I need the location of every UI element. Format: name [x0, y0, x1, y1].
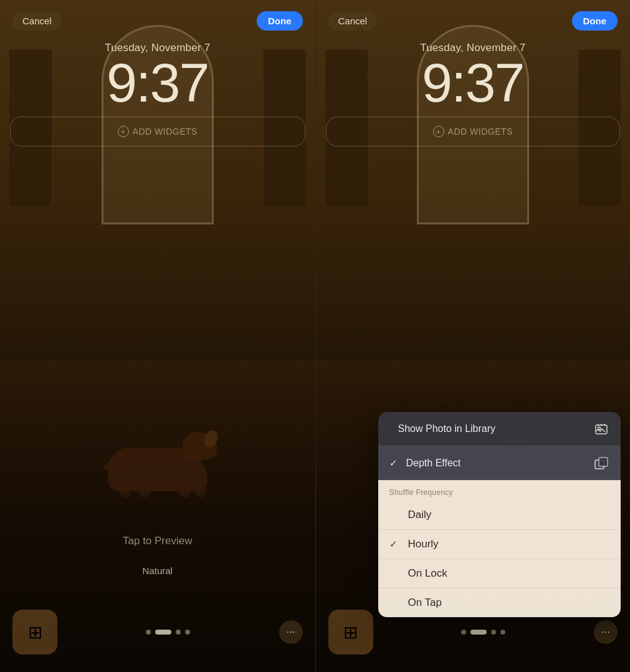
on-lock-label: On Lock — [408, 567, 447, 580]
right-lock-screen: Cancel Done Tuesday, November 7 9:37 + A… — [316, 0, 631, 672]
right-cancel-button[interactable]: Cancel — [328, 11, 378, 31]
left-more-button[interactable]: ··· — [279, 620, 303, 644]
dot-3 — [176, 630, 181, 635]
photo-library-icon — [593, 421, 609, 437]
right-dot-2-active — [470, 630, 487, 635]
right-dot-indicators — [461, 630, 505, 635]
show-photo-label: Show Photo in Library — [398, 423, 496, 434]
left-top-buttons: Cancel Done — [0, 0, 315, 31]
dot-1 — [146, 630, 151, 635]
right-time-display: 9:37 — [422, 55, 523, 110]
right-stack-icon: ⊞ — [343, 622, 358, 643]
show-photo-library-item[interactable]: Show Photo in Library — [378, 412, 621, 446]
add-widgets-label: + ADD WIDGETS — [118, 126, 198, 137]
daily-label: Daily — [408, 509, 432, 521]
shuffle-frequency-label: Shuffle Frequency — [378, 481, 621, 501]
menu-top-section: Show Photo in Library ✓ Dept — [378, 412, 621, 480]
on-tap-label: On Tap — [408, 597, 442, 609]
right-widget-area[interactable]: + ADD WIDGETS — [326, 117, 621, 146]
hourly-item[interactable]: ✓ Hourly — [378, 530, 621, 559]
right-more-button[interactable]: ··· — [594, 620, 618, 644]
context-menu: Show Photo in Library ✓ Dept — [378, 412, 621, 617]
stack-icon: ⊞ — [28, 622, 42, 643]
right-add-widgets-label: + ADD WIDGETS — [433, 126, 513, 137]
right-phone-panel: Cancel Done Tuesday, November 7 9:37 + A… — [316, 0, 631, 672]
right-stack-icon-box[interactable]: ⊞ — [328, 610, 373, 655]
natural-filter-label: Natural — [143, 565, 173, 576]
right-done-button[interactable]: Done — [572, 11, 618, 31]
menu-bottom-section: Shuffle Frequency Daily ✓ Hourly On Lock… — [378, 480, 621, 617]
left-time-display: 9:37 — [107, 55, 208, 110]
hourly-label: Hourly — [408, 538, 439, 550]
depth-effect-icon — [593, 455, 609, 471]
left-lock-screen: Cancel Done Tuesday, November 7 9:37 + A… — [0, 0, 315, 672]
left-phone-panel: Cancel Done Tuesday, November 7 9:37 + A… — [0, 0, 315, 672]
daily-item[interactable]: Daily — [378, 501, 621, 530]
on-tap-item[interactable]: On Tap — [378, 588, 621, 617]
svg-rect-3 — [599, 458, 608, 466]
tap-to-preview-label: Tap to Preview — [123, 535, 193, 547]
add-icon: + — [118, 126, 129, 137]
right-top-buttons: Cancel Done — [316, 0, 631, 31]
left-stack-icon-box[interactable]: ⊞ — [12, 610, 57, 655]
on-lock-item[interactable]: On Lock — [378, 559, 621, 588]
left-dot-indicators — [146, 630, 190, 635]
right-dot-4 — [500, 630, 505, 635]
right-dot-3 — [491, 630, 496, 635]
left-cancel-button[interactable]: Cancel — [12, 11, 62, 31]
left-done-button[interactable]: Done — [257, 11, 303, 31]
right-add-icon: + — [433, 126, 444, 137]
dot-4 — [185, 630, 190, 635]
depth-effect-item[interactable]: ✓ Depth Effect — [378, 446, 621, 480]
depth-effect-check: ✓ — [389, 458, 398, 469]
dot-2-active — [155, 630, 171, 635]
right-dot-1 — [461, 630, 466, 635]
left-widget-area[interactable]: + ADD WIDGETS — [10, 117, 305, 146]
left-bottom-bar: ⊞ ··· — [0, 610, 315, 655]
depth-effect-label: Depth Effect — [406, 458, 461, 469]
hourly-check: ✓ — [389, 539, 401, 550]
